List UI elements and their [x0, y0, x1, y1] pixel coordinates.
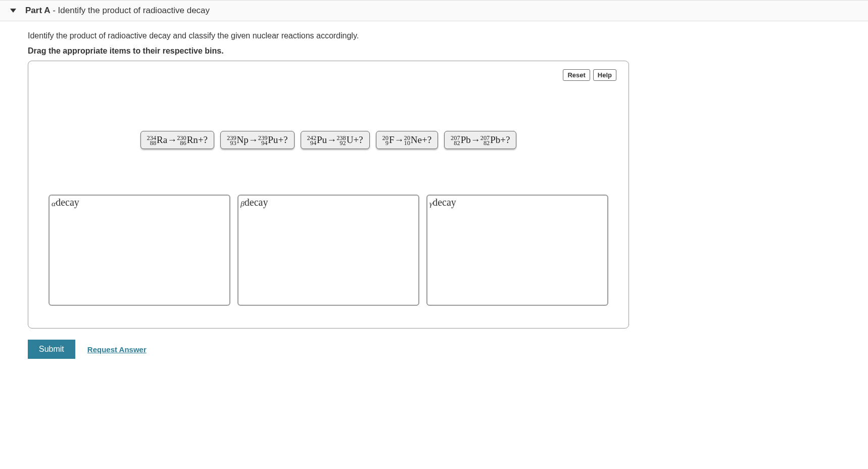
part-label: Part A [25, 6, 50, 15]
bin-label: αdecay [52, 197, 79, 208]
bin-label: γdecay [429, 197, 456, 208]
bin-gamma-decay[interactable]: γdecay [426, 195, 608, 306]
bin-label: βdecay [240, 197, 268, 208]
intro-text: Identify the product of radioactive deca… [28, 31, 840, 40]
drag-workspace: Reset Help 23488Ra→23086Rn+? 23993Np→239… [28, 61, 629, 329]
bin-alpha-decay[interactable]: αdecay [49, 195, 230, 306]
instruction-text: Drag the appropriate items to their resp… [28, 46, 840, 56]
bin-beta-decay[interactable]: βdecay [237, 195, 419, 306]
part-subtitle: Identify the product of radioactive deca… [58, 6, 210, 15]
caret-down-icon [10, 9, 16, 13]
help-button[interactable]: Help [593, 69, 616, 81]
reaction-item[interactable]: 23488Ra→23086Rn+? [140, 131, 214, 149]
request-answer-link[interactable]: Request Answer [87, 345, 147, 354]
reset-button[interactable]: Reset [563, 69, 590, 81]
reaction-item[interactable]: 209F→2010Ne+? [376, 131, 439, 149]
draggable-items: 23488Ra→23086Rn+? 23993Np→23994Pu+? 2429… [41, 131, 615, 149]
submit-button[interactable]: Submit [28, 340, 75, 359]
reaction-item[interactable]: 20782Pb→20782Pb+? [444, 131, 516, 149]
reaction-item[interactable]: 23993Np→23994Pu+? [220, 131, 295, 149]
bins-row: αdecay βdecay γdecay [41, 195, 615, 306]
part-title: Part A - Identify the product of radioac… [25, 6, 210, 16]
reaction-item[interactable]: 24294Pu→23892U+? [301, 131, 370, 149]
part-header[interactable]: Part A - Identify the product of radioac… [0, 0, 868, 21]
